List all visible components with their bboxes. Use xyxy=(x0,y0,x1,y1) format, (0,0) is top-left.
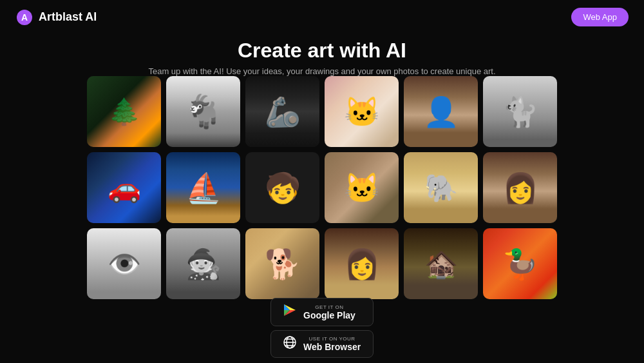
grid-item xyxy=(87,152,161,223)
grid-item xyxy=(166,152,240,223)
grid-item xyxy=(404,76,478,147)
grid-item xyxy=(404,152,478,223)
google-play-button[interactable]: GET IT ON Google Play xyxy=(270,298,374,326)
grid-item xyxy=(483,76,557,147)
svg-text:A: A xyxy=(21,12,28,23)
grid-cell-13 xyxy=(166,228,240,299)
grid-item xyxy=(166,76,240,147)
grid-cell-10 xyxy=(404,152,478,223)
grid-item xyxy=(325,76,399,147)
grid-cell-12 xyxy=(87,228,161,299)
grid-item xyxy=(325,152,399,223)
hero-subtitle: Team up with the AI! Use your ideas, you… xyxy=(0,66,644,76)
grid-item xyxy=(245,228,319,299)
grid-item xyxy=(325,228,399,299)
web-browser-use-it-label: Use it on your xyxy=(303,336,361,342)
grid-item xyxy=(166,228,240,299)
hero-title: Create art with AI xyxy=(0,39,644,63)
download-section: GET IT ON Google Play Use it on your Web… xyxy=(270,298,374,358)
grid-cell-16 xyxy=(404,228,478,299)
logo-text: Artblast AI xyxy=(39,10,97,24)
grid-cell-15 xyxy=(325,228,399,299)
hero-section: Create art with AI Team up with the AI! … xyxy=(0,27,644,76)
grid-cell-1 xyxy=(166,76,240,147)
google-play-name: Google Play xyxy=(303,310,355,320)
google-play-text: GET IT ON Google Play xyxy=(303,304,355,320)
grid-item xyxy=(87,76,161,147)
grid-cell-0 xyxy=(87,76,161,147)
logo: A Artblast AI xyxy=(15,8,97,26)
web-browser-button[interactable]: Use it on your Web Browser xyxy=(270,330,374,358)
image-grid xyxy=(87,76,557,299)
grid-cell-4 xyxy=(404,76,478,147)
logo-icon: A xyxy=(15,8,33,26)
grid-cell-2 xyxy=(245,76,319,147)
grid-item xyxy=(245,76,319,147)
web-browser-text: Use it on your Web Browser xyxy=(303,336,361,352)
grid-item xyxy=(483,152,557,223)
globe-icon xyxy=(283,335,297,353)
web-app-button[interactable]: Web App xyxy=(571,8,629,26)
grid-cell-7 xyxy=(166,152,240,223)
google-play-icon xyxy=(283,303,297,321)
grid-item xyxy=(483,228,557,299)
grid-cell-11 xyxy=(483,152,557,223)
grid-item xyxy=(404,228,478,299)
grid-cell-5 xyxy=(483,76,557,147)
grid-item xyxy=(87,228,161,299)
web-browser-name: Web Browser xyxy=(303,342,361,352)
grid-cell-17 xyxy=(483,228,557,299)
google-play-get-it-label: GET IT ON xyxy=(303,304,355,310)
grid-cell-8 xyxy=(245,152,319,223)
grid-cell-3 xyxy=(325,76,399,147)
grid-cell-6 xyxy=(87,152,161,223)
grid-item xyxy=(245,152,319,223)
grid-cell-14 xyxy=(245,228,319,299)
grid-cell-9 xyxy=(325,152,399,223)
